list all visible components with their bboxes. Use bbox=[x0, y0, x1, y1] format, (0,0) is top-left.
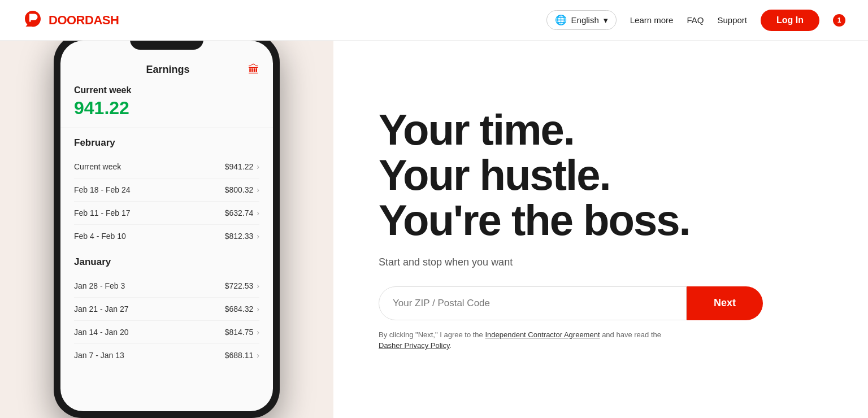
current-week-amount-value: 941.22 bbox=[74, 98, 129, 118]
earnings-row[interactable]: Feb 11 - Feb 17 $632.74 › bbox=[74, 202, 259, 225]
app-title: Earnings bbox=[88, 64, 248, 76]
login-button[interactable]: Log In bbox=[761, 10, 819, 31]
app-header: Earnings 🏛 bbox=[60, 63, 273, 76]
header-right: 🌐 English ▾ Learn more FAQ Support Log I… bbox=[546, 10, 845, 31]
privacy-policy-link[interactable]: Dasher Privacy Policy bbox=[379, 341, 449, 350]
globe-icon: 🌐 bbox=[555, 14, 567, 26]
earnings-row[interactable]: Feb 18 - Feb 24 $800.32 › bbox=[74, 178, 259, 202]
support-link[interactable]: Support bbox=[717, 15, 747, 25]
row-label: Feb 4 - Feb 10 bbox=[74, 232, 126, 241]
earnings-row[interactable]: Jan 7 - Jan 13 $688.11 › bbox=[74, 344, 259, 367]
faq-link[interactable]: FAQ bbox=[687, 15, 704, 25]
chevron-right-icon: › bbox=[257, 232, 259, 241]
february-section: February Current week $941.22 › Feb 18 -… bbox=[60, 128, 273, 247]
current-week-amount: 941.22 bbox=[74, 98, 259, 119]
contractor-agreement-link[interactable]: Independent Contractor Agreement bbox=[485, 330, 600, 339]
row-amount: $684.32 bbox=[225, 304, 254, 314]
doordash-logo-icon bbox=[23, 8, 43, 32]
hero-line-1: Your time. bbox=[379, 107, 823, 153]
row-amount: $812.33 bbox=[225, 232, 254, 241]
earnings-row[interactable]: Jan 21 - Jan 27 $684.32 › bbox=[74, 298, 259, 321]
row-amount: $632.74 bbox=[225, 208, 254, 217]
earnings-row[interactable]: Feb 4 - Feb 10 $812.33 › bbox=[74, 225, 259, 247]
chevron-right-icon: › bbox=[257, 281, 259, 290]
main-content: Earnings 🏛 Current week 941.22 bbox=[0, 41, 868, 418]
row-right: $722.53 › bbox=[225, 281, 259, 290]
phone-section: Earnings 🏛 Current week 941.22 bbox=[0, 41, 333, 418]
row-label: Jan 28 - Feb 3 bbox=[74, 281, 125, 290]
chevron-down-icon: ▾ bbox=[604, 15, 608, 25]
logo-text: DOORDASH bbox=[49, 13, 119, 28]
current-week-label: Current week bbox=[74, 85, 259, 95]
legal-text-after: . bbox=[449, 341, 452, 350]
notification-icon[interactable]: 1 bbox=[833, 14, 845, 27]
row-right: $688.11 › bbox=[225, 351, 259, 360]
legal-text-before: By clicking "Next," I agree to the bbox=[379, 330, 485, 339]
current-week-section: Current week 941.22 bbox=[60, 85, 273, 128]
row-right: $684.32 › bbox=[225, 304, 259, 314]
row-amount: $722.53 bbox=[225, 281, 254, 290]
row-label: Current week bbox=[74, 162, 121, 171]
phone-notch bbox=[130, 41, 203, 50]
zip-input[interactable] bbox=[379, 286, 687, 320]
logo-area: DOORDASH bbox=[23, 8, 119, 32]
chevron-right-icon: › bbox=[257, 351, 259, 360]
row-right: $632.74 › bbox=[225, 208, 259, 217]
phone-screen: Earnings 🏛 Current week 941.22 bbox=[60, 41, 273, 411]
app-screen: Earnings 🏛 Current week 941.22 bbox=[60, 41, 273, 411]
header: DOORDASH 🌐 English ▾ Learn more FAQ Supp… bbox=[0, 0, 868, 41]
chevron-right-icon: › bbox=[257, 304, 259, 314]
phone-wrapper: Earnings 🏛 Current week 941.22 bbox=[54, 41, 280, 418]
february-label: February bbox=[74, 137, 259, 149]
chevron-right-icon: › bbox=[257, 208, 259, 217]
row-right: $812.33 › bbox=[225, 232, 259, 241]
earnings-row[interactable]: Jan 28 - Feb 3 $722.53 › bbox=[74, 275, 259, 298]
row-label: Jan 21 - Jan 27 bbox=[74, 304, 129, 314]
zip-form: Next bbox=[379, 286, 763, 320]
language-selector[interactable]: 🌐 English ▾ bbox=[546, 10, 617, 30]
row-amount: $800.32 bbox=[225, 185, 254, 194]
legal-text: By clicking "Next," I agree to the Indep… bbox=[379, 329, 672, 351]
earnings-row[interactable]: Current week $941.22 › bbox=[74, 155, 259, 178]
row-label: Feb 18 - Feb 24 bbox=[74, 185, 131, 194]
hero-text: Your time. Your hustle. You're the boss. bbox=[379, 107, 823, 242]
chevron-right-icon: › bbox=[257, 328, 259, 337]
row-label: Feb 11 - Feb 17 bbox=[74, 208, 131, 217]
legal-text-middle: and have read the bbox=[600, 330, 661, 339]
hero-line-3: You're the boss. bbox=[379, 198, 823, 243]
row-right: $800.32 › bbox=[225, 185, 259, 194]
notification-badge: 1 bbox=[833, 14, 845, 27]
january-label: January bbox=[74, 256, 259, 268]
january-section: January Jan 28 - Feb 3 $722.53 › Jan 21 … bbox=[60, 247, 273, 367]
hero-line-2: Your hustle. bbox=[379, 153, 823, 198]
earnings-row[interactable]: Jan 14 - Jan 20 $814.75 › bbox=[74, 321, 259, 344]
row-amount: $941.22 bbox=[225, 162, 254, 171]
row-amount: $688.11 bbox=[225, 351, 254, 360]
chevron-right-icon: › bbox=[257, 185, 259, 194]
row-amount: $814.75 bbox=[225, 328, 254, 337]
bank-icon: 🏛 bbox=[248, 63, 259, 76]
phone-device: Earnings 🏛 Current week 941.22 bbox=[54, 41, 280, 418]
row-right: $814.75 › bbox=[225, 328, 259, 337]
next-button[interactable]: Next bbox=[687, 286, 763, 320]
learn-more-link[interactable]: Learn more bbox=[630, 15, 674, 25]
row-right: $941.22 › bbox=[225, 162, 259, 171]
right-section: Your time. Your hustle. You're the boss.… bbox=[333, 41, 868, 418]
chevron-right-icon: › bbox=[257, 162, 259, 171]
hero-subtitle: Start and stop when you want bbox=[379, 256, 823, 268]
row-label: Jan 14 - Jan 20 bbox=[74, 328, 129, 337]
row-label: Jan 7 - Jan 13 bbox=[74, 351, 124, 360]
language-label: English bbox=[571, 15, 599, 25]
